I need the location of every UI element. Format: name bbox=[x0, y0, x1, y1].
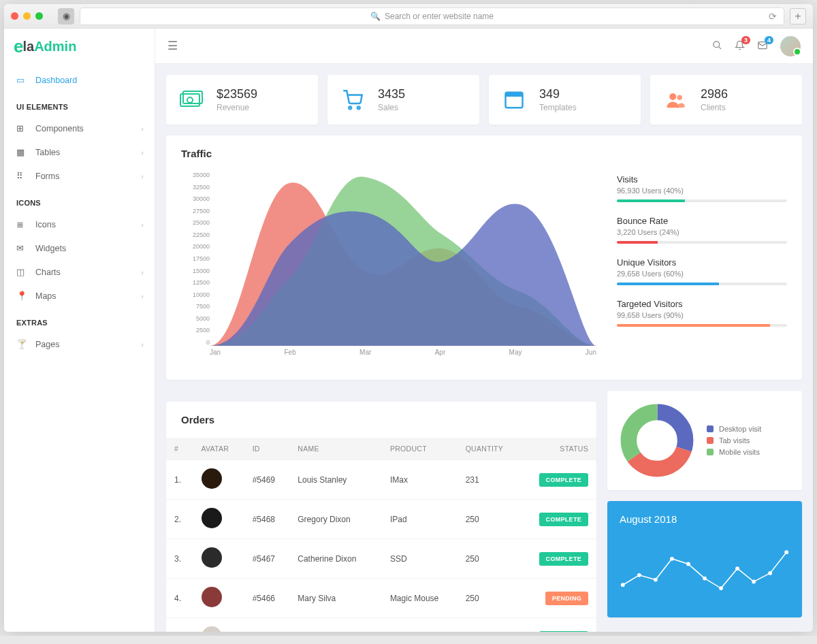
y-tick: 35000 bbox=[193, 172, 210, 178]
chart-icon: ◫ bbox=[16, 267, 35, 277]
sidebar-item-dashboard[interactable]: ▭Dashboard bbox=[4, 68, 155, 92]
svg-point-16 bbox=[637, 573, 641, 577]
table-row[interactable]: 2.#5468Gregory DixonIPad250COMPLETE bbox=[166, 500, 596, 539]
menu-toggle-icon[interactable]: ☰ bbox=[167, 39, 178, 53]
table-header: PRODUCT bbox=[382, 438, 458, 460]
legend-item: Desktop visit bbox=[707, 425, 761, 433]
search-button[interactable] bbox=[712, 40, 722, 52]
legend-item: Mobile visits bbox=[707, 448, 761, 456]
sidebar-item-icons[interactable]: ≣Icons› bbox=[4, 212, 155, 236]
table-row[interactable]: 4.#5466Mary SilvaMagic Mouse250PENDING bbox=[166, 579, 596, 618]
chevron-right-icon: › bbox=[141, 125, 144, 133]
svg-point-23 bbox=[752, 580, 756, 584]
row-name: Gregory Dixon bbox=[289, 500, 382, 539]
legend-swatch bbox=[707, 449, 714, 455]
search-icon: 🔍 bbox=[370, 12, 381, 21]
table-header: AVATAR bbox=[193, 438, 244, 460]
table-header: # bbox=[166, 438, 193, 460]
table-row[interactable]: 5.#5465Johnny StephensMonitor250COMPLETE bbox=[166, 618, 596, 632]
sidebar-item-maps[interactable]: 📍Maps› bbox=[4, 284, 155, 308]
donut-legend: Desktop visitTab visitsMobile visits bbox=[707, 421, 761, 460]
stat-card: 2986Clients bbox=[650, 75, 802, 125]
icons-icon: ≣ bbox=[16, 219, 35, 229]
x-tick: May bbox=[509, 349, 522, 362]
y-tick: 12500 bbox=[193, 279, 210, 286]
table-row[interactable]: 3.#5467Catherine DixonSSD250COMPLETE bbox=[166, 539, 596, 579]
svg-line-1 bbox=[718, 46, 721, 49]
address-placeholder: Search or enter website name bbox=[385, 12, 494, 21]
sidebar-item-label: Forms bbox=[35, 172, 59, 181]
reload-icon[interactable]: ⟳ bbox=[769, 11, 777, 22]
sidebar-item-pages[interactable]: 🍸Pages› bbox=[4, 332, 155, 356]
metric-value: 99,658 Users (90%) bbox=[617, 311, 787, 319]
svg-point-7 bbox=[357, 106, 360, 109]
window-minimize-icon[interactable] bbox=[23, 12, 31, 20]
stat-label: Revenue bbox=[217, 103, 257, 112]
metric: Targeted Visitors99,658 Users (90%) bbox=[617, 299, 787, 327]
svg-point-21 bbox=[719, 586, 723, 590]
notifications-button[interactable]: 3 bbox=[735, 40, 745, 52]
brand-logo[interactable]: elaAdmin bbox=[4, 29, 155, 64]
sidebar-item-charts[interactable]: ◫Charts› bbox=[4, 260, 155, 284]
brand-prefix: e bbox=[14, 36, 22, 57]
table-header: STATUS bbox=[520, 438, 596, 460]
y-tick: 15000 bbox=[193, 268, 210, 274]
avatar bbox=[202, 626, 222, 632]
legend-swatch bbox=[707, 437, 714, 444]
row-index: 5. bbox=[166, 618, 193, 632]
messages-button[interactable]: 4 bbox=[757, 40, 768, 52]
browser-icon bbox=[502, 88, 526, 112]
month-title: August 2018 bbox=[620, 513, 790, 525]
table-row[interactable]: 1.#5469Louis StanleyIMax231COMPLETE bbox=[166, 460, 596, 500]
status-badge: COMPLETE bbox=[539, 473, 588, 487]
row-id: #5467 bbox=[244, 539, 290, 579]
table-icon: ▦ bbox=[16, 147, 35, 157]
money-icon bbox=[180, 88, 203, 112]
x-tick: Jan bbox=[210, 349, 221, 362]
row-name: Catherine Dixon bbox=[289, 539, 382, 579]
sidebar-item-forms[interactable]: ⠿Forms› bbox=[4, 164, 155, 188]
orders-title: Orders bbox=[166, 402, 596, 438]
row-qty: 231 bbox=[458, 460, 520, 500]
new-tab-button[interactable]: + bbox=[790, 8, 806, 25]
map-icon: 📍 bbox=[16, 291, 35, 301]
sidebar-item-components[interactable]: ⊞Components› bbox=[4, 116, 155, 140]
window-zoom-icon[interactable] bbox=[35, 12, 43, 20]
user-avatar[interactable] bbox=[780, 36, 801, 57]
messages-badge: 4 bbox=[765, 36, 773, 44]
sidebar-item-tables[interactable]: ▦Tables› bbox=[4, 140, 155, 164]
metric-value: 96,930 Users (40%) bbox=[617, 187, 787, 195]
traffic-metrics: Visits96,930 Users (40%)Bounce Rate3,220… bbox=[617, 172, 787, 362]
sidebar-item-label: Dashboard bbox=[35, 76, 77, 85]
y-tick: 17500 bbox=[193, 255, 210, 262]
y-tick: 27500 bbox=[193, 208, 210, 214]
topbar: ☰ 3 4 bbox=[155, 29, 813, 64]
svg-point-4 bbox=[187, 97, 193, 103]
row-product: IMax bbox=[382, 460, 458, 500]
legend-label: Mobile visits bbox=[719, 448, 760, 456]
metric-bar bbox=[617, 199, 787, 202]
pages-icon: 🍸 bbox=[16, 339, 35, 349]
window-close-icon[interactable] bbox=[11, 12, 18, 20]
sidebar-item-label: Pages bbox=[35, 340, 59, 349]
metric-value: 3,220 Users (24%) bbox=[617, 228, 787, 236]
stat-label: Clients bbox=[701, 103, 728, 112]
sidebar-item-widgets[interactable]: ✉Widgets bbox=[4, 236, 155, 260]
stat-value: $23569 bbox=[217, 87, 257, 101]
privacy-shield-icon[interactable]: ◉ bbox=[58, 8, 74, 25]
svg-point-10 bbox=[669, 93, 676, 100]
metric-value: 29,658 Users (60%) bbox=[617, 270, 787, 278]
svg-point-24 bbox=[768, 571, 772, 575]
nav-group-header: UI ELEMENTS bbox=[4, 92, 155, 116]
avatar bbox=[202, 468, 222, 489]
sidebar-item-label: Widgets bbox=[35, 244, 66, 253]
puzzle-icon: ⊞ bbox=[16, 123, 35, 133]
dashboard-icon: ▭ bbox=[16, 75, 35, 85]
stat-card: 3435Sales bbox=[327, 75, 479, 125]
chevron-right-icon: › bbox=[141, 268, 144, 276]
stat-card: $23569Revenue bbox=[166, 75, 318, 125]
address-bar[interactable]: 🔍Search or enter website name ⟳ bbox=[80, 7, 784, 25]
stat-value: 3435 bbox=[378, 87, 405, 101]
row-qty: 250 bbox=[458, 618, 520, 632]
brand-mid: la bbox=[22, 39, 34, 54]
